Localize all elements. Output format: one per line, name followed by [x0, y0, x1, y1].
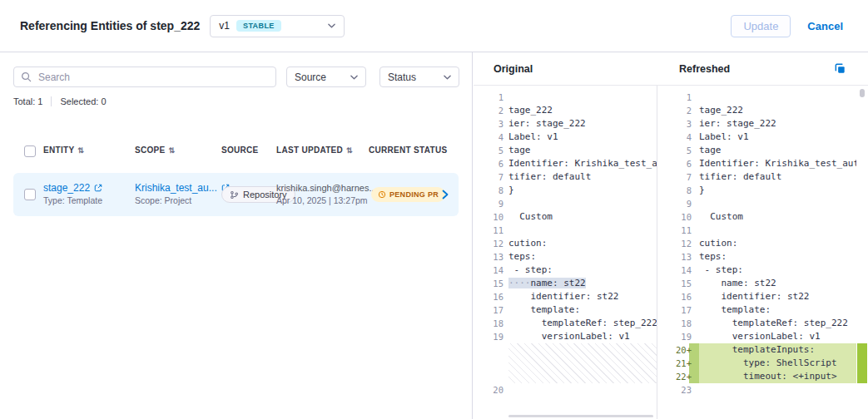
code-line[interactable]: 12cution:: [474, 237, 657, 250]
status-badge: PENDING PR: [371, 187, 445, 202]
code-line[interactable]: 18 templateRef: step_222: [474, 317, 657, 330]
chevron-down-icon: [350, 75, 358, 80]
code-text: ····name: st22: [508, 277, 657, 290]
refreshed-code[interactable]: 12tage_2223ier: stage_2224Label: v15tage…: [657, 86, 856, 419]
code-line[interactable]: 10 Custom: [657, 210, 856, 224]
line-number: 16: [657, 290, 699, 303]
original-title: Original: [494, 63, 533, 75]
chevron-right-icon[interactable]: [442, 190, 449, 200]
code-line[interactable]: 21+ type: ShellScript: [657, 357, 856, 370]
code-line[interactable]: 17 template:: [657, 303, 856, 317]
line-number: 6: [474, 157, 508, 170]
selected-count: Selected: 0: [60, 96, 106, 106]
line-number: 4: [657, 131, 699, 144]
code-line[interactable]: 5tage: [474, 144, 657, 157]
code-line[interactable]: 12cution:: [657, 237, 856, 250]
status-filter-dropdown[interactable]: Status: [379, 67, 459, 87]
code-text: tifier: default: [699, 170, 856, 184]
original-code[interactable]: 12tage_2223ier: stage_2224Label: v15tage…: [474, 86, 657, 419]
line-number: 9: [657, 197, 699, 210]
code-text: template:: [699, 303, 856, 317]
diff-header: Original Refreshed: [474, 52, 868, 86]
code-line[interactable]: 15 name: st22: [657, 277, 856, 290]
code-text: Label: v1: [508, 131, 657, 144]
code-line[interactable]: 18 templateRef: step_222: [657, 317, 856, 330]
code-line[interactable]: 3ier: stage_222: [657, 117, 856, 131]
code-text: versionLabel: v1: [699, 330, 856, 343]
added-lines-marker: [857, 343, 867, 383]
table-row[interactable]: stage_222 Type: Template Krishika_test_a…: [13, 173, 459, 216]
external-link-icon[interactable]: [94, 184, 102, 192]
code-line[interactable]: 4Label: v1: [657, 131, 856, 144]
row-checkbox[interactable]: [24, 189, 36, 200]
sort-icon[interactable]: ⇅: [169, 146, 176, 155]
header: Referencing Entities of step_222 v1 STAB…: [0, 0, 868, 52]
summary-divider: [51, 96, 52, 106]
search-input[interactable]: [37, 71, 269, 84]
code-line[interactable]: 8}: [657, 184, 856, 197]
code-line[interactable]: 9: [657, 197, 856, 210]
code-text: Identifier: Krishika_test_aut: [699, 157, 856, 170]
code-line[interactable]: 15····name: st22: [474, 277, 657, 290]
code-line[interactable]: 16 identifier: st22: [474, 290, 657, 303]
horizontal-scrollbar[interactable]: [508, 415, 653, 417]
code-line[interactable]: 7tifier: default: [474, 170, 657, 184]
line-number: 8: [474, 184, 508, 197]
code-line[interactable]: 9: [474, 197, 657, 210]
column-header-entity[interactable]: ENTITY ⇅: [43, 145, 84, 155]
code-line[interactable]: 6Identifier: Krishika_test_aut: [474, 157, 657, 170]
code-line[interactable]: 1: [657, 91, 856, 104]
code-line[interactable]: 4Label: v1: [474, 131, 657, 144]
code-line[interactable]: 23: [657, 383, 856, 397]
code-line[interactable]: 20: [474, 383, 657, 397]
scrollbar-thumb[interactable]: [860, 89, 865, 97]
line-number: 4: [474, 131, 508, 144]
code-line[interactable]: 19 versionLabel: v1: [474, 330, 657, 343]
code-line[interactable]: 8}: [474, 184, 657, 197]
stable-badge: STABLE: [236, 20, 281, 32]
scope-link[interactable]: Krishika_test_au...: [135, 181, 217, 195]
code-line[interactable]: 2tage_222: [657, 104, 856, 117]
code-line[interactable]: 1: [474, 91, 657, 104]
code-line[interactable]: 13teps:: [474, 250, 657, 264]
overview-ruler[interactable]: [856, 86, 868, 419]
entity-link[interactable]: stage_222: [43, 181, 90, 195]
line-number: 10: [657, 210, 699, 224]
code-line[interactable]: 13teps:: [657, 250, 856, 264]
code-line[interactable]: 6Identifier: Krishika_test_aut: [657, 157, 856, 170]
code-text: Label: v1: [699, 131, 856, 144]
column-label: SCOPE: [135, 145, 166, 155]
code-text: tifier: default: [508, 170, 657, 184]
code-line[interactable]: 11: [474, 224, 657, 237]
code-line[interactable]: 10 Custom: [474, 210, 657, 224]
column-header-last-updated[interactable]: LAST UPDATED ⇅: [276, 145, 353, 155]
sort-icon[interactable]: ⇅: [77, 146, 84, 155]
update-button[interactable]: Update: [731, 15, 791, 37]
code-line[interactable]: 20+ templateInputs:: [657, 343, 856, 357]
code-line[interactable]: 16 identifier: st22: [657, 290, 856, 303]
sort-icon[interactable]: ⇅: [346, 146, 353, 155]
code-line[interactable]: 5tage: [657, 144, 856, 157]
code-line[interactable]: 7tifier: default: [657, 170, 856, 184]
code-line[interactable]: 2tage_222: [474, 104, 657, 117]
code-line[interactable]: 14 - step:: [474, 264, 657, 277]
code-line[interactable]: 14 - step:: [657, 264, 856, 277]
code-line[interactable]: 22+ timeout: <+input>: [657, 370, 856, 383]
code-text: ier: stage_222: [699, 117, 856, 131]
column-header-scope[interactable]: SCOPE ⇅: [135, 145, 175, 155]
line-number: 19: [657, 330, 699, 343]
version-selector[interactable]: v1 STABLE: [210, 15, 345, 37]
copy-icon[interactable]: [834, 62, 846, 75]
code-line[interactable]: 17 template:: [474, 303, 657, 317]
search-box[interactable]: [13, 67, 276, 87]
cancel-button[interactable]: Cancel: [807, 20, 843, 32]
source-filter-dropdown[interactable]: Source: [286, 67, 366, 87]
code-line[interactable]: 19 versionLabel: v1: [657, 330, 856, 343]
line-number: 1: [657, 91, 699, 104]
code-text: identifier: st22: [699, 290, 856, 303]
select-all-checkbox[interactable]: [24, 145, 36, 157]
line-number: 15: [657, 277, 699, 290]
filter-bar: Source Status: [13, 67, 459, 87]
code-line[interactable]: 11: [657, 224, 856, 237]
code-line[interactable]: 3ier: stage_222: [474, 117, 657, 131]
